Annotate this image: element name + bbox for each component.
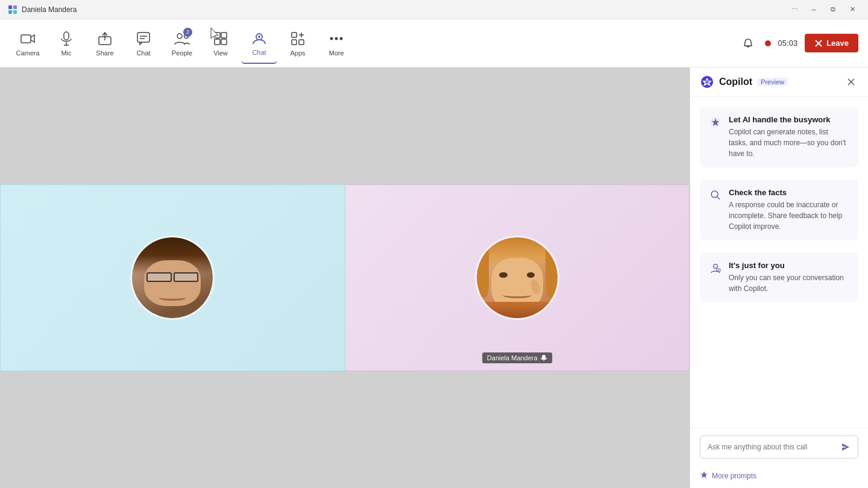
feature-desc-1: Copilot can generate notes, list tasks, … [729,127,849,159]
apps-label: Apps [290,49,305,57]
people-icon: 2 [174,30,190,47]
view-icon [214,30,227,47]
copilot-input-field[interactable] [708,443,841,451]
feature-text-3: It's just for you Only you can see your … [729,261,849,294]
svg-line-39 [717,197,720,200]
copilot-header: Copilot Preview [690,67,868,97]
share-label: Share [96,49,113,57]
search-icon [709,189,722,201]
feature-desc-3: Only you can see your conversation with … [729,272,849,294]
copilot-input-area [690,428,868,466]
svg-point-40 [714,264,718,269]
copilot-footer: More prompts [690,466,868,488]
video-area: Daniela Mandera [0,67,690,488]
copilot-send-button[interactable] [841,442,851,452]
title-bar-left: Daniela Mandera [7,4,77,15]
svg-point-13 [177,34,182,39]
more-icon [330,30,343,47]
svg-rect-0 [8,5,12,9]
video-bottom-spacer [0,371,690,488]
video-tile-person2: Daniela Mandera [345,184,690,371]
video-top-spacer [0,67,690,184]
participant-name-badge: Daniela Mandera [482,352,552,363]
svg-rect-1 [13,5,17,9]
chat2-button[interactable]: Chat [241,23,277,64]
call-timer: 05:03 [778,39,798,48]
title-bar-more-btn[interactable]: ⋯ [786,4,803,16]
share-button[interactable]: Share [87,23,123,64]
more-button[interactable]: More [318,23,354,64]
svg-rect-3 [13,10,17,14]
title-bar-controls: ⋯ ─ ⧉ ✕ [786,4,861,16]
svg-rect-15 [215,33,220,38]
camera-button[interactable]: Camera [10,23,46,64]
mic-button[interactable]: Mic [48,23,84,64]
share-icon [98,30,112,47]
more-prompts-link[interactable]: More prompts [712,472,756,480]
video-participants: Daniela Mandera [0,184,690,371]
title-bar: Daniela Mandera ⋯ ─ ⧉ ✕ [0,0,868,19]
feature-desc-2: A response could be inaccurate or incomp… [729,199,849,232]
avatar-person2 [475,236,559,320]
title-bar-maximize-btn[interactable]: ⧉ [825,4,841,16]
svg-point-28 [340,37,343,40]
chat-label: Chat [136,49,150,57]
camera-icon [20,30,35,47]
feature-text-2: Check the facts A response could be inac… [729,188,849,232]
view-label: View [213,49,228,57]
copilot-panel: Copilot Preview [690,67,868,488]
svg-rect-17 [215,39,220,45]
copilot-logo-icon [700,75,714,89]
feature-card-just-for-you: It's just for you Only you can see your … [700,252,858,302]
svg-point-20 [258,36,260,38]
feature-title-3: It's just for you [729,261,849,270]
mic-icon [60,30,72,47]
title-bar-minimize-btn[interactable]: ─ [805,4,822,16]
copilot-input-wrapper [700,436,858,458]
svg-point-34 [705,80,709,84]
svg-rect-18 [221,39,227,45]
copilot-title: Copilot [719,77,752,87]
chat2-icon [252,30,266,46]
chat-button[interactable]: Chat [125,23,162,64]
toolbar-right: 05:03 Leave [738,34,858,53]
title-bar-close-btn[interactable]: ✕ [844,4,861,16]
svg-point-42 [718,270,719,271]
svg-rect-5 [64,32,69,40]
svg-rect-4 [21,35,31,43]
recording-dot [765,40,771,46]
title-bar-title: Daniela Mandera [22,5,77,14]
svg-rect-21 [292,33,297,37]
avatar-person1 [130,236,215,320]
feature-title-1: Let AI handle the busywork [729,115,849,124]
mic-label: Mic [61,49,71,57]
copilot-close-button[interactable] [844,75,858,89]
feature-item-3: It's just for you Only you can see your … [709,261,849,294]
feature-item-2: Check the facts A response could be inac… [709,188,849,232]
person-lock-icon [709,262,722,274]
feature-card-ai-busywork: Let AI handle the busywork Copilot can g… [700,107,858,167]
copilot-features: Let AI handle the busywork Copilot can g… [690,97,868,428]
feature-item-1: Let AI handle the busywork Copilot can g… [709,115,849,159]
view-button[interactable]: View [203,23,239,64]
copilot-spark-icon [709,116,722,128]
people-badge: 2 [183,28,192,37]
feature-text-1: Let AI handle the busywork Copilot can g… [729,115,849,159]
camera-label: Camera [16,49,39,57]
svg-rect-24 [292,40,297,45]
copilot-preview-badge: Preview [757,78,788,86]
toolbar-notify-btn[interactable] [738,34,758,53]
chat-icon [137,30,150,47]
more-prompts-icon [700,471,708,481]
apps-button[interactable]: Apps [280,23,316,64]
mute-icon [540,354,547,361]
apps-icon [291,30,304,47]
video-tile-person1 [0,184,345,371]
svg-rect-16 [221,33,227,38]
leave-button[interactable]: Leave [805,34,858,52]
svg-rect-10 [137,33,149,42]
people-button[interactable]: 2 People [164,23,200,64]
teams-app-icon [7,4,18,15]
feature-title-2: Check the facts [729,188,849,197]
svg-point-27 [335,37,338,40]
